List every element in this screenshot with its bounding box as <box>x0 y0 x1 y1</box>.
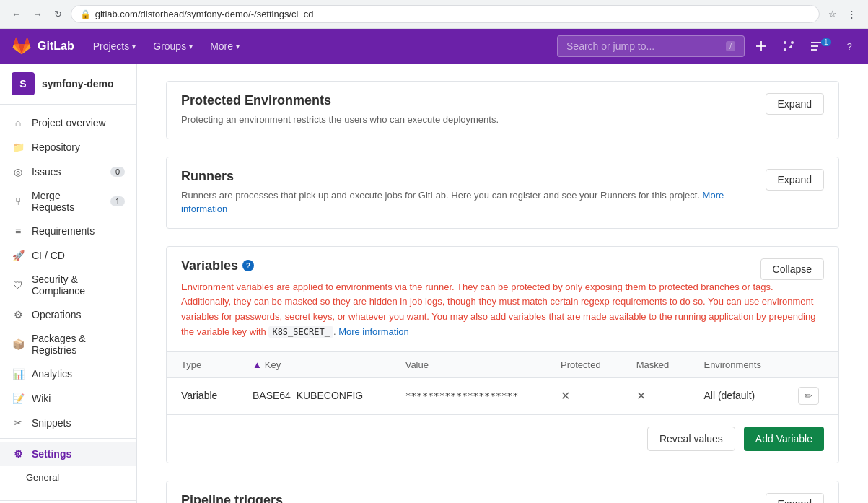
type-header: Type <box>167 352 238 378</box>
issues-badge: 0 <box>110 167 125 177</box>
help-button[interactable]: ? <box>843 37 856 56</box>
variable-masked: ✕ <box>622 377 690 414</box>
pipeline-triggers-header: Pipeline triggers Triggers can force a s… <box>167 481 838 503</box>
protected-environments-expand-button[interactable]: Expand <box>766 93 824 115</box>
variables-title-row: Variables ? <box>181 258 254 274</box>
svg-rect-6 <box>811 45 818 47</box>
gitlab-navbar: GitLab Projects ▾ Groups ▾ More ▾ Search… <box>0 29 868 64</box>
variables-collapse-button[interactable]: Collapse <box>760 258 824 280</box>
project-header: S symfony-demo <box>0 64 136 105</box>
sidebar-item-repository[interactable]: 📁 Repository <box>0 135 136 159</box>
bookmark-button[interactable]: ☆ <box>825 6 840 22</box>
variables-help-icon[interactable]: ? <box>242 260 254 271</box>
sidebar-item-label: Repository <box>32 141 80 153</box>
wiki-icon: 📝 <box>12 392 25 405</box>
sidebar-item-project-overview[interactable]: ⌂ Project overview <box>0 110 136 135</box>
variables-more-info-link[interactable]: More information <box>338 326 409 337</box>
url-bar[interactable]: 🔒 gitlab.com/distorhead/symfony-demo/-/s… <box>71 5 820 23</box>
lock-icon: 🔒 <box>80 9 91 19</box>
content-area: Protected Environments Protecting an env… <box>137 64 868 503</box>
table-row: Variable BASE64_KUBECONFIG *************… <box>167 377 838 414</box>
sidebar: S symfony-demo ⌂ Project overview 📁 Repo… <box>0 64 137 503</box>
more-chevron: ▾ <box>236 43 240 51</box>
todos-button[interactable]: 1 <box>805 35 837 57</box>
sidebar-divider <box>0 438 136 439</box>
k8s-secret-code: K8S_SECRET_ <box>268 326 333 338</box>
sidebar-item-label: Wiki <box>32 393 51 404</box>
sidebar-item-requirements[interactable]: ≡ Requirements <box>0 219 136 243</box>
sidebar-item-operations[interactable]: ⚙ Operations <box>0 302 136 327</box>
sidebar-item-packages-registries[interactable]: 📦 Packages & Registries <box>0 327 136 362</box>
sidebar-item-settings[interactable]: ⚙ Settings <box>0 442 136 466</box>
back-button[interactable]: ← <box>9 6 24 22</box>
variable-protected: ✕ <box>546 377 622 414</box>
merge-requests-button[interactable] <box>778 35 799 57</box>
gitlab-logo[interactable]: GitLab <box>12 36 74 56</box>
forward-button[interactable]: → <box>30 6 45 22</box>
requirements-icon: ≡ <box>12 224 25 237</box>
sidebar-item-label: Security & Compliance <box>32 274 125 297</box>
sidebar-item-ci-cd[interactable]: 🚀 CI / CD <box>0 243 136 268</box>
protected-environments-title: Protected Environments <box>181 93 499 108</box>
url-text: gitlab.com/distorhead/symfony-demo/-/set… <box>95 9 314 19</box>
variables-actions: Reveal values Add Variable <box>167 414 838 463</box>
variable-value: ******************** <box>391 377 546 414</box>
pipeline-triggers-expand-button[interactable]: Expand <box>766 493 824 503</box>
add-variable-button[interactable]: Add Variable <box>744 427 824 451</box>
sidebar-item-general[interactable]: General <box>0 466 136 489</box>
runners-title: Runners <box>181 169 724 184</box>
sidebar-item-merge-requests[interactable]: ⑂ Merge Requests 1 <box>0 184 136 219</box>
sidebar-item-label: Snippets <box>32 417 71 429</box>
key-header: ▲ Key <box>238 352 391 378</box>
projects-menu[interactable]: Projects ▾ <box>86 36 144 56</box>
nav-links: Projects ▾ Groups ▾ More ▾ <box>86 36 247 56</box>
variables-header: Variables ? Collapse <box>167 247 838 280</box>
protected-environments-content: Protected Environments Protecting an env… <box>181 93 499 127</box>
sort-up-icon: ▲ <box>253 359 262 370</box>
ops-icon: ⚙ <box>12 308 25 321</box>
sidebar-item-wiki[interactable]: 📝 Wiki <box>0 386 136 411</box>
sidebar-item-security-compliance[interactable]: 🛡 Security & Compliance <box>0 268 136 302</box>
collapse-sidebar[interactable]: ◂ Collapse sidebar <box>0 500 136 503</box>
svg-point-3 <box>791 41 794 44</box>
search-shortcut: / <box>726 41 735 51</box>
rocket-icon: 🚀 <box>12 249 25 262</box>
variable-type: Variable <box>167 377 238 414</box>
groups-chevron: ▾ <box>189 43 193 51</box>
sidebar-item-analytics[interactable]: 📊 Analytics <box>0 362 136 386</box>
protected-environments-section: Protected Environments Protecting an env… <box>166 81 839 139</box>
variable-edit-cell: ✏ <box>784 377 838 414</box>
browser-bar: ← → ↻ 🔒 gitlab.com/distorhead/symfony-de… <box>0 0 868 29</box>
home-icon: ⌂ <box>12 116 25 129</box>
extensions-button[interactable]: ⋮ <box>844 6 859 22</box>
sidebar-item-issues[interactable]: ◎ Issues 0 <box>0 159 136 184</box>
groups-menu[interactable]: Groups ▾ <box>146 36 200 56</box>
snippet-icon: ✂ <box>12 416 25 429</box>
runners-section: Runners Runners are processes that pick … <box>166 157 839 229</box>
sidebar-nav: ⌂ Project overview 📁 Repository ◎ Issues… <box>0 105 136 494</box>
variable-key: BASE64_KUBECONFIG <box>238 377 391 414</box>
variables-table: Type ▲ Key Value Protected Masked Enviro… <box>167 352 838 414</box>
search-box[interactable]: Search or jump to... / <box>557 35 745 57</box>
runners-header: Runners Runners are processes that pick … <box>167 157 838 228</box>
protected-environments-desc: Protecting an environment restricts the … <box>181 113 499 127</box>
search-text: Search or jump to... <box>566 40 720 52</box>
sidebar-item-label: Packages & Registries <box>32 333 125 356</box>
merge-icon: ⑂ <box>12 195 25 208</box>
svg-point-2 <box>784 41 786 44</box>
book-icon: 📁 <box>12 141 25 154</box>
protected-header: Protected <box>546 352 622 378</box>
runners-expand-button[interactable]: Expand <box>766 169 824 191</box>
masked-header: Masked <box>622 352 690 378</box>
reload-button[interactable]: ↻ <box>51 6 65 22</box>
variable-edit-button[interactable]: ✏ <box>798 387 819 405</box>
sidebar-item-snippets[interactable]: ✂ Snippets <box>0 411 136 435</box>
more-menu[interactable]: More ▾ <box>203 36 247 56</box>
reveal-values-button[interactable]: Reveal values <box>647 427 735 451</box>
chart-icon: 📊 <box>12 367 25 380</box>
new-item-button[interactable] <box>750 35 772 57</box>
variables-description: Environment variables are applied to env… <box>167 280 838 352</box>
protected-environments-header: Protected Environments Protecting an env… <box>167 82 838 139</box>
sidebar-item-label: Project overview <box>32 117 106 128</box>
project-name: symfony-demo <box>42 78 114 89</box>
